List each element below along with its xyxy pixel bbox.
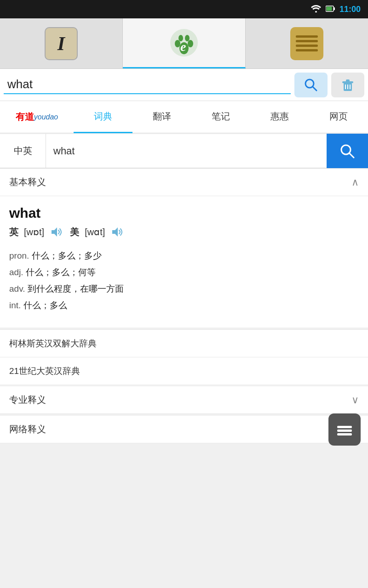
wangluo-title: 网络释义 [9, 423, 46, 435]
pron-en-label: 英 [9, 226, 18, 238]
dict-search-row: 中英 [0, 134, 368, 169]
basic-def-header[interactable]: 基本释义 [0, 169, 368, 196]
pronunciation-row: 英 [wɒt] 美 [wɑt] [9, 226, 359, 238]
nav-tab-huihui[interactable]: 惠惠 [250, 101, 309, 133]
status-time: 11:00 [339, 5, 361, 14]
meaning-1: 什么；多么；何等 [26, 267, 96, 277]
status-bar: 11:00 [0, 0, 368, 18]
subdict-kelinsi-label: 柯林斯英汉双解大辞典 [9, 338, 97, 350]
svg-point-0 [315, 11, 317, 12]
app-tab-e[interactable]: e [123, 18, 246, 68]
def-adj: adj. 什么；多么；何等 [9, 264, 359, 281]
subdict-row-21[interactable]: 21世纪大英汉辞典 [0, 357, 368, 384]
svg-line-12 [313, 87, 316, 90]
pron-us-text: [wɑt] [85, 226, 105, 237]
nav-tab-cidian[interactable]: 词典 [74, 101, 132, 133]
app-icon-e: e [167, 26, 201, 59]
nav-tab-fanyi[interactable]: 翻译 [132, 101, 191, 133]
zhuanye-section: 专业释义 [0, 386, 368, 414]
svg-text:e: e [180, 40, 186, 54]
chevron-up-icon [351, 176, 359, 188]
svg-rect-2 [326, 6, 332, 11]
app-icon-i: I [45, 27, 78, 60]
logo-red: 有道 [16, 111, 34, 123]
pos-0: pron. [9, 251, 29, 260]
svg-rect-15 [346, 79, 350, 82]
word-title: what [9, 205, 359, 221]
def-adv: adv. 到什么程度，在哪一方面 [9, 281, 359, 297]
def-int: int. 什么；多么 [9, 297, 359, 314]
speaker-en-icon[interactable] [50, 226, 64, 238]
svg-marker-22 [112, 227, 118, 237]
meaning-2: 到什么程度，在哪一方面 [28, 284, 124, 294]
chevron-down-zhuanye-icon [351, 394, 359, 406]
wangluo-section: 网络释义 [0, 416, 368, 443]
svg-rect-25 [337, 433, 352, 435]
lang-selector[interactable]: 中英 [0, 134, 46, 168]
pron-en-text: [wɒt] [24, 226, 44, 237]
app-icon-notes [290, 27, 323, 60]
wangluo-header[interactable]: 网络释义 [0, 416, 368, 443]
search-input-wrap[interactable]: what [4, 75, 291, 94]
speaker-us-icon[interactable] [110, 226, 125, 238]
pos-2: adv. [9, 284, 25, 294]
app-tab-i[interactable]: I [0, 18, 123, 68]
search-button[interactable] [294, 73, 328, 97]
svg-line-20 [349, 153, 354, 158]
nav-tab-biji[interactable]: 笔记 [191, 101, 250, 133]
logo-blue: youdao [34, 113, 58, 121]
search-query-text: what [7, 77, 33, 91]
dict-search-input[interactable] [46, 145, 327, 157]
basic-def-section: 基本释义 what 英 [wɒt] 美 [wɑt] [0, 169, 368, 328]
pos-1: adj. [9, 267, 23, 277]
pos-3: int. [9, 300, 21, 310]
zhuanye-header[interactable]: 专业释义 [0, 386, 368, 414]
search-bar: what [0, 69, 368, 101]
zhuanye-title: 专业释义 [9, 394, 46, 406]
basic-def-title: 基本释义 [9, 176, 46, 188]
svg-rect-3 [334, 7, 335, 10]
content-area: 基本释义 what 英 [wɒt] 美 [wɑt] [0, 169, 368, 588]
def-pron: pron. 什么；多么；多少 [9, 248, 359, 264]
svg-marker-21 [52, 227, 57, 237]
nav-tabs: 有道 youdao 词典 翻译 笔记 惠惠 网页 [0, 101, 368, 133]
svg-rect-23 [337, 430, 352, 432]
nav-tab-wangye[interactable]: 网页 [309, 101, 368, 133]
svg-rect-24 [337, 426, 352, 428]
basic-def-content: what 英 [wɒt] 美 [wɑt] [0, 196, 368, 328]
app-tabs-row: I e [0, 18, 368, 69]
dict-search-button[interactable] [327, 134, 368, 168]
sub-dicts-section: 柯林斯英汉双解大辞典 21世纪大英汉辞典 [0, 329, 368, 384]
subdict-row-kelinsi[interactable]: 柯林斯英汉双解大辞典 [0, 329, 368, 357]
subdict-21-label: 21世纪大英汉辞典 [9, 365, 80, 377]
svg-point-6 [175, 40, 180, 47]
app-tab-notes[interactable] [246, 18, 368, 68]
meaning-0: 什么；多么；多少 [32, 251, 102, 260]
layers-button[interactable] [328, 413, 361, 446]
wifi-icon [311, 5, 321, 14]
clear-button[interactable] [331, 73, 364, 97]
pron-us-label: 美 [70, 226, 79, 238]
meaning-3: 什么；多么 [23, 300, 67, 310]
battery-icon [326, 6, 335, 13]
svg-point-7 [188, 40, 193, 47]
youdao-logo: 有道 youdao [0, 111, 74, 123]
